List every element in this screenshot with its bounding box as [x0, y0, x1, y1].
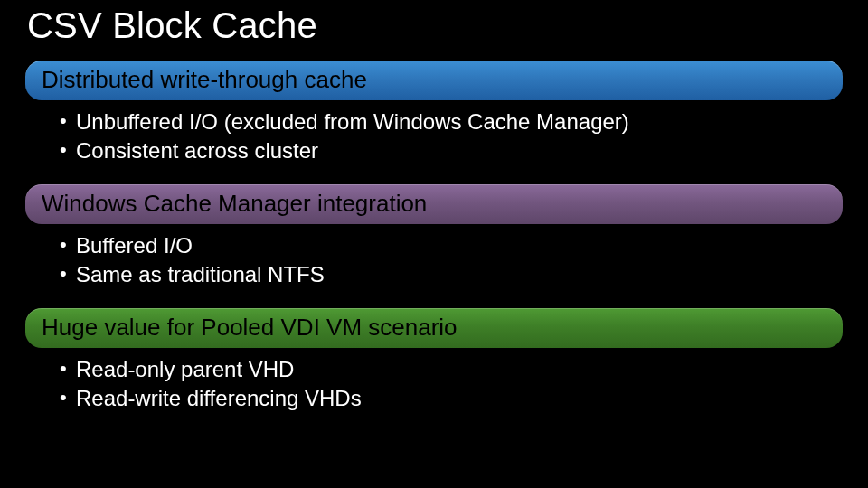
list-item: Read-write differencing VHDs [60, 384, 843, 413]
section-block: Distributed write-through cache Unbuffer… [25, 61, 843, 175]
section-heading: Windows Cache Manager integration [25, 184, 843, 224]
list-item: Same as traditional NTFS [60, 260, 843, 289]
section-heading: Distributed write-through cache [25, 61, 843, 100]
section-heading: Huge value for Pooled VDI VM scenario [25, 308, 843, 348]
bullet-list: Buffered I/O Same as traditional NTFS [25, 230, 843, 299]
list-item: Unbuffered I/O (excluded from Windows Ca… [60, 108, 843, 136]
section-block: Huge value for Pooled VDI VM scenario Re… [25, 308, 843, 423]
list-item: Read-only parent VHD [60, 355, 843, 384]
bullet-list: Read-only parent VHD Read-write differen… [25, 353, 843, 423]
list-item: Consistent across cluster [60, 136, 843, 165]
section-block: Windows Cache Manager integration Buffer… [25, 184, 843, 299]
list-item: Buffered I/O [60, 231, 843, 260]
slide-title: CSV Block Cache [27, 5, 843, 46]
bullet-list: Unbuffered I/O (excluded from Windows Ca… [25, 106, 843, 175]
